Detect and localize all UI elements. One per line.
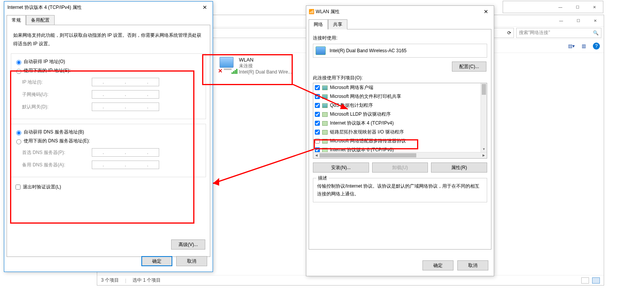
ok-button[interactable]: 确定 <box>422 260 453 270</box>
protocol-checkbox[interactable] <box>315 112 320 117</box>
pref-dns-input[interactable]: ... <box>92 148 159 157</box>
radio-auto-ip-label: 自动获得 IP 地址(O) <box>24 58 65 65</box>
radio-manual-dns[interactable] <box>16 139 21 144</box>
alt-dns-input[interactable]: ... <box>92 161 159 169</box>
alt-dns-row: 备用 DNS 服务器(A): ... <box>22 161 203 169</box>
subnet-input[interactable]: ... <box>92 90 159 99</box>
list-item[interactable]: Microsoft 网络的文件和打印机共享 <box>313 92 481 101</box>
status-bar: 3 个项目 | 选中 1 个项目 <box>97 275 604 285</box>
protocol-checkbox[interactable] <box>315 94 320 99</box>
dns-group: 自动获得 DNS 服务器地址(B) 使用下面的 DNS 服务器地址(E): 首选… <box>11 124 206 177</box>
background-window-chrome: — ☐ ✕ <box>503 1 603 13</box>
network-adapter-item[interactable]: ✕ WLAN 未连接 Intel(R) Dual Band Wire... <box>218 55 306 78</box>
scrollbar-horizontal[interactable]: ◀ ▶ <box>313 152 487 158</box>
validate-row[interactable]: 退出时验证设置(L) <box>14 183 206 191</box>
configure-button[interactable]: 配置(C)... <box>452 62 486 72</box>
connect-using-label: 连接时使用: <box>313 35 487 41</box>
tab-panel: 连接时使用: Intel(R) Dual Band Wireless-AC 31… <box>309 29 491 250</box>
close-icon[interactable]: ✕ <box>197 2 213 13</box>
view-tiles-icon[interactable] <box>592 277 600 284</box>
cancel-button[interactable]: 取消 <box>457 260 488 270</box>
adapter-device: Intel(R) Dual Band Wire... <box>239 69 292 75</box>
scroll-thumb[interactable] <box>319 153 416 157</box>
radio-manual-dns-label: 使用下面的 DNS 服务器地址(E): <box>24 138 90 144</box>
description-text: 如果网络支持此功能，则可以获取自动指派的 IP 设置。否则，你需要从网络系统管理… <box>13 31 204 48</box>
protocol-label: Microsoft 网络适配器多路传送器协议 <box>330 138 406 144</box>
radio-auto-ip-row[interactable]: 自动获得 IP 地址(O) <box>14 58 203 65</box>
protocol-checkbox[interactable] <box>315 121 320 126</box>
close-icon[interactable]: ✕ <box>478 6 494 17</box>
protocol-icon <box>322 130 328 135</box>
radio-manual-ip[interactable] <box>16 69 21 74</box>
properties-button[interactable]: 属性(R) <box>431 162 487 173</box>
pref-dns-label: 首选 DNS 服务器(P): <box>22 149 92 156</box>
list-item[interactable]: Internet 协议版本 4 (TCP/IPv4) <box>313 119 481 128</box>
protocol-checkbox[interactable] <box>315 103 320 108</box>
validate-checkbox[interactable] <box>15 185 21 190</box>
radio-auto-ip[interactable] <box>16 60 21 65</box>
protocol-label: Internet 协议版本 4 (TCP/IPv4) <box>330 120 394 127</box>
scroll-left-icon[interactable]: ◀ <box>313 152 319 158</box>
cancel-button[interactable]: 取消 <box>176 256 207 266</box>
refresh-icon[interactable]: ⟳ <box>507 30 511 36</box>
protocol-icon <box>322 139 328 144</box>
ip-address-label: IP 地址(I): <box>22 79 92 86</box>
minimize-button[interactable]: — <box>553 15 570 26</box>
search-input[interactable]: 搜索"网络连接" 🔍 <box>516 28 601 38</box>
tab-alternate[interactable]: 备用配置 <box>26 15 55 25</box>
radio-auto-dns-row[interactable]: 自动获得 DNS 服务器地址(B) <box>14 129 203 135</box>
gateway-row: 默认网关(D): ... <box>22 103 203 111</box>
radio-manual-dns-row[interactable]: 使用下面的 DNS 服务器地址(E): <box>14 138 203 144</box>
radio-auto-dns[interactable] <box>16 130 21 135</box>
list-item[interactable]: Microsoft 网络客户端 <box>313 83 481 92</box>
maximize-button[interactable]: ☐ <box>570 15 587 26</box>
radio-manual-ip-row[interactable]: 使用下面的 IP 地址(S): <box>14 67 203 74</box>
pane-icon[interactable]: ▥ <box>582 43 586 49</box>
view-details-icon[interactable] <box>581 277 589 284</box>
tabs: 常规 备用配置 <box>4 15 213 25</box>
uninstall-button[interactable]: 卸载(U) <box>372 162 428 173</box>
protocol-checkbox[interactable] <box>315 139 320 144</box>
gateway-input[interactable]: ... <box>92 103 159 111</box>
scroll-right-icon[interactable]: ▶ <box>481 152 487 158</box>
network-client-icon <box>322 103 328 108</box>
description-box: 描述 传输控制协议/Internet 协议。该协议是默认的广域网络协议，用于在不… <box>313 178 487 202</box>
radio-manual-ip-label: 使用下面的 IP 地址(S): <box>24 67 70 74</box>
signal-bars-icon <box>232 69 237 74</box>
list-item[interactable]: 链路层拓扑发现映射器 I/O 驱动程序 <box>313 128 481 137</box>
protocol-checkbox[interactable] <box>315 85 320 90</box>
help-icon[interactable]: ? <box>593 43 600 50</box>
protocol-checkbox[interactable] <box>315 130 320 135</box>
dialog-title: Internet 协议版本 4 (TCP/IPv4) 属性 <box>7 4 82 11</box>
dialog-footer: 确定 取消 <box>141 256 207 266</box>
scroll-thumb[interactable] <box>482 84 486 95</box>
dialog-footer: 确定 取消 <box>422 260 488 270</box>
close-button[interactable]: ✕ <box>587 15 604 26</box>
tab-network[interactable]: 网络 <box>309 19 328 29</box>
gateway-label: 默认网关(D): <box>22 104 92 110</box>
install-button[interactable]: 安装(N)... <box>313 162 369 173</box>
protocol-label: Microsoft 网络的文件和打印机共享 <box>330 93 401 100</box>
scroll-down-icon[interactable]: ▼ <box>481 146 487 152</box>
protocol-list[interactable]: Microsoft 网络客户端Microsoft 网络的文件和打印机共享QoS … <box>313 83 487 159</box>
advanced-button[interactable]: 高级(V)... <box>171 239 205 250</box>
list-item[interactable]: QoS 数据包计划程序 <box>313 101 481 110</box>
tab-general[interactable]: 常规 <box>7 15 26 25</box>
status-selected-count: 选中 1 个项目 <box>132 277 161 284</box>
pref-dns-row: 首选 DNS 服务器(P): ... <box>22 148 203 157</box>
view-icon[interactable]: ▤▾ <box>568 43 575 49</box>
tab-panel: 如果网络支持此功能，则可以获取自动指派的 IP 设置。否则，你需要从网络系统管理… <box>7 25 210 257</box>
close-button[interactable]: ✕ <box>586 2 603 12</box>
list-item[interactable]: Microsoft 网络适配器多路传送器协议 <box>313 137 481 145</box>
adapter-icon: ✕ <box>220 57 236 73</box>
ip-address-input[interactable]: ... <box>92 78 159 86</box>
tab-sharing[interactable]: 共享 <box>328 19 347 29</box>
dialog-titlebar: 📶 WLAN 属性 ✕ <box>306 6 494 17</box>
scrollbar-vertical[interactable]: ▼ <box>481 83 487 152</box>
subnet-label: 子网掩码(U): <box>22 91 92 98</box>
ok-button[interactable]: 确定 <box>141 256 172 266</box>
list-item[interactable]: Microsoft LLDP 协议驱动程序 <box>313 110 481 119</box>
minimize-button[interactable]: — <box>552 2 569 12</box>
protocol-buttons: 安装(N)... 卸载(U) 属性(R) <box>313 162 487 173</box>
maximize-button[interactable]: ☐ <box>569 2 586 12</box>
